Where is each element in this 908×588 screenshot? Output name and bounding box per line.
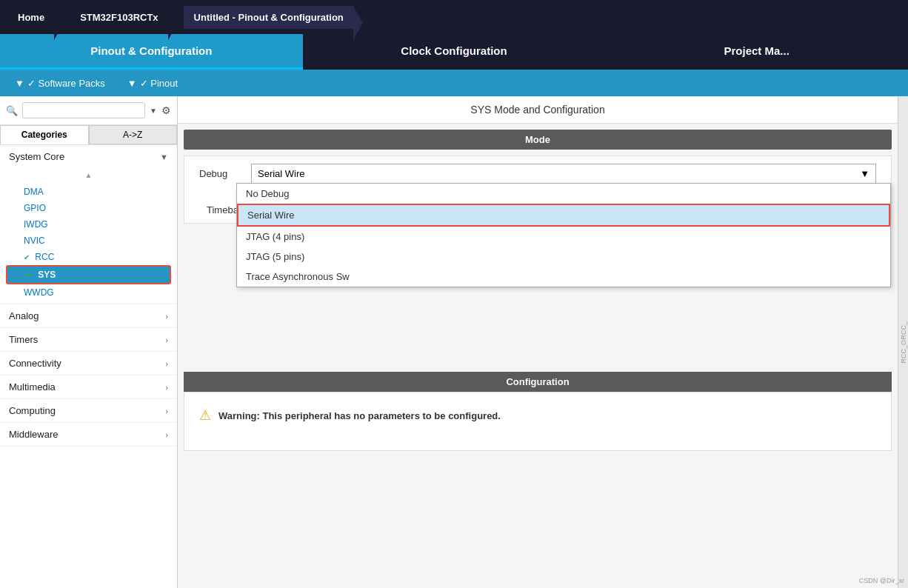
right-edge-panel: RCC_ RCC_O xyxy=(898,96,908,588)
middleware-header[interactable]: Middleware › xyxy=(0,423,177,446)
chevron-down-icon: ▼ xyxy=(15,78,24,89)
breadcrumb-current[interactable]: Untitled - Pinout & Configuration xyxy=(184,6,354,29)
warning-row: ⚠ Warning: This peripheral has no parame… xyxy=(199,407,876,424)
footer-credit: CSDN @Dir_xr xyxy=(859,577,904,584)
gear-icon[interactable]: ⚙ xyxy=(161,104,171,116)
sidebar-section-connectivity: Connectivity › xyxy=(0,352,177,375)
right-edge-label-1: RCC_ xyxy=(900,321,907,340)
sub-toolbar: ▼ ✓ Software Packs ▼ ✓ Pinout xyxy=(0,70,908,96)
sidebar-section-analog: Analog › xyxy=(0,304,177,328)
debug-row: Debug Serial Wire ▼ xyxy=(199,164,876,184)
debug-label: Debug xyxy=(199,168,244,179)
config-body: ⚠ Warning: This peripheral has no parame… xyxy=(184,392,892,451)
main-content: SYS Mode and Configuration Mode Debug Se… xyxy=(178,96,898,588)
system-core-chevron: ▼ xyxy=(160,153,168,161)
main-layout: 🔍 ▼ ⚙ Categories A->Z System Core ▼ ▲ DM… xyxy=(0,96,908,588)
scroll-up-indicator: ▲ xyxy=(0,168,177,182)
content-title: SYS Mode and Configuration xyxy=(178,96,898,124)
warning-text: Warning: This peripheral has no paramete… xyxy=(218,410,501,421)
breadcrumb-device[interactable]: STM32F103RCTx xyxy=(70,6,168,29)
mode-section-header: Mode xyxy=(184,130,892,150)
warning-icon: ⚠ xyxy=(199,407,211,424)
system-core-header[interactable]: System Core ▼ xyxy=(0,145,177,168)
sys-check-icon: ✔ xyxy=(25,270,33,280)
tab-clock[interactable]: Clock Configuration xyxy=(303,34,606,70)
search-input[interactable] xyxy=(22,102,145,118)
debug-select-arrow: ▼ xyxy=(860,168,869,179)
sidebar-item-iwdg[interactable]: IWDG xyxy=(0,216,177,233)
debug-value: Serial Wire xyxy=(258,168,305,179)
connectivity-header[interactable]: Connectivity › xyxy=(0,352,177,375)
multimedia-chevron: › xyxy=(165,383,168,392)
sidebar-item-rcc[interactable]: ✔ RCC xyxy=(0,249,177,265)
breadcrumb-home[interactable]: Home xyxy=(7,6,55,29)
sidebar: 🔍 ▼ ⚙ Categories A->Z System Core ▼ ▲ DM… xyxy=(0,96,178,588)
right-edge-label-2: RCC_O xyxy=(900,340,907,364)
sidebar-section-timers: Timers › xyxy=(0,328,177,352)
dropdown-option-nodebug[interactable]: No Debug xyxy=(237,184,890,204)
timers-header[interactable]: Timers › xyxy=(0,328,177,351)
multimedia-header[interactable]: Multimedia › xyxy=(0,375,177,398)
analog-header[interactable]: Analog › xyxy=(0,304,177,327)
debug-select[interactable]: Serial Wire ▼ xyxy=(251,164,876,184)
sidebar-section-middleware: Middleware › xyxy=(0,423,177,447)
software-packs-button[interactable]: ▼ ✓ Software Packs xyxy=(15,78,105,89)
configuration-section: Configuration ⚠ Warning: This peripheral… xyxy=(184,372,892,451)
sidebar-section-multimedia: Multimedia › xyxy=(0,375,177,399)
dropdown-option-jtag5[interactable]: JTAG (5 pins) xyxy=(237,247,890,267)
connectivity-chevron: › xyxy=(165,359,168,368)
sidebar-search-area: 🔍 ▼ ⚙ xyxy=(0,96,177,125)
search-icon: 🔍 xyxy=(6,105,18,116)
sidebar-item-dma[interactable]: DMA xyxy=(0,184,177,200)
sidebar-item-nvic[interactable]: NVIC xyxy=(0,233,177,249)
tab-project[interactable]: Project Ma... xyxy=(605,34,908,70)
tab-bar: Pinout & Configuration Clock Configurati… xyxy=(0,34,908,70)
content-area: SYS Mode and Configuration Mode Debug Se… xyxy=(178,96,908,588)
sidebar-item-sys[interactable]: ✔ SYS xyxy=(6,265,171,284)
dropdown-option-trace[interactable]: Trace Asynchronous Sw xyxy=(237,267,890,287)
computing-header[interactable]: Computing › xyxy=(0,399,177,422)
search-dropdown-arrow[interactable]: ▼ xyxy=(150,107,157,115)
config-header: Configuration xyxy=(184,372,892,392)
computing-chevron: › xyxy=(165,407,168,415)
timers-chevron: › xyxy=(165,335,168,344)
sidebar-item-wwdg[interactable]: WWDG xyxy=(0,284,177,301)
debug-dropdown: No Debug Serial Wire JTAG (4 pins) JTAG … xyxy=(236,183,891,287)
sidebar-section-system-core: System Core ▼ ▲ DMA GPIO IWDG NVIC ✔ xyxy=(0,145,177,304)
dropdown-option-serialwire[interactable]: Serial Wire xyxy=(237,204,890,227)
mode-content: Debug Serial Wire ▼ Sys... Timeba xyxy=(184,156,892,224)
sidebar-tabs: Categories A->Z xyxy=(0,125,177,145)
analog-chevron: › xyxy=(165,312,168,321)
tab-az[interactable]: A->Z xyxy=(89,125,178,144)
pinout-button[interactable]: ▼ ✓ Pinout xyxy=(127,78,178,89)
tab-categories[interactable]: Categories xyxy=(0,125,89,144)
content-wrapper: SYS Mode and Configuration Mode Debug Se… xyxy=(178,96,908,588)
middleware-chevron: › xyxy=(165,430,168,439)
rcc-check-icon: ✔ xyxy=(24,253,30,261)
top-nav: Home STM32F103RCTx Untitled - Pinout & C… xyxy=(0,0,908,34)
tab-pinout[interactable]: Pinout & Configuration xyxy=(0,34,303,70)
sidebar-item-gpio[interactable]: GPIO xyxy=(0,200,177,216)
chevron-down-icon-2: ▼ xyxy=(127,78,137,89)
system-core-items: DMA GPIO IWDG NVIC ✔ RCC ✔ SYS xyxy=(0,182,177,304)
sidebar-section-computing: Computing › xyxy=(0,399,177,423)
dropdown-option-jtag4[interactable]: JTAG (4 pins) xyxy=(237,227,890,247)
